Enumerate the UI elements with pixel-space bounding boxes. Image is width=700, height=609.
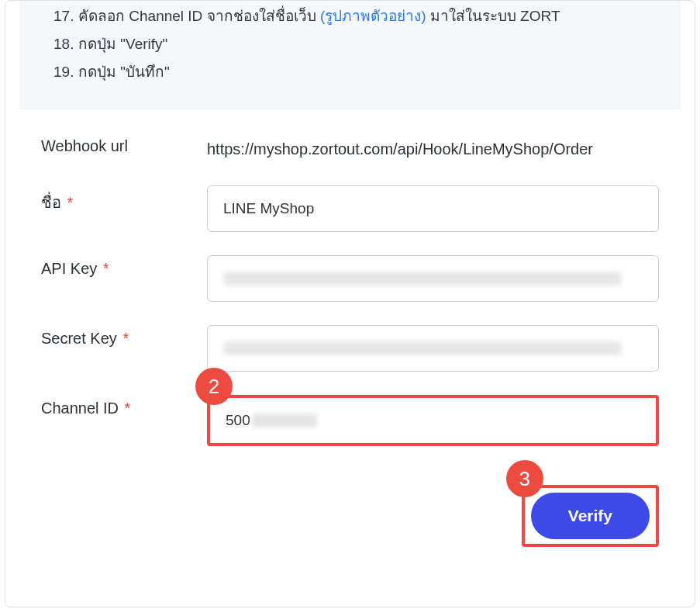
instruction-number: 18. xyxy=(53,30,78,58)
apikey-input[interactable] xyxy=(207,255,659,302)
instruction-text-before: คัดลอก Channel ID จากช่องใส่ชื่อเว็บ xyxy=(78,8,320,24)
apikey-label: API Key * xyxy=(41,255,207,278)
instructions-panel: 17.คัดลอก Channel ID จากช่องใส่ชื่อเว็บ … xyxy=(19,1,681,109)
name-row: ชื่อ * LINE MyShop xyxy=(41,185,659,232)
instruction-item-19: 19.กดปุ่ม "บันทึก" xyxy=(78,58,657,86)
channelid-row: Channel ID * 2 500 xyxy=(41,395,659,446)
required-mark: * xyxy=(119,330,129,347)
channelid-input[interactable]: 500 xyxy=(207,395,659,446)
apikey-row: API Key * xyxy=(41,255,659,302)
webhook-row: Webhook url https://myshop.zortout.com/a… xyxy=(41,133,659,162)
required-mark: * xyxy=(63,194,73,211)
secretkey-row: Secret Key * xyxy=(41,325,659,372)
channelid-label: Channel ID * xyxy=(41,395,207,417)
instruction-item-18: 18.กดปุ่ม "Verify" xyxy=(78,30,657,58)
name-label: ชื่อ * xyxy=(41,185,207,215)
required-mark: * xyxy=(120,400,130,417)
step-badge-3: 3 xyxy=(506,460,543,497)
instruction-text: กดปุ่ม "บันทึก" xyxy=(78,64,170,80)
instruction-number: 19. xyxy=(53,58,78,86)
required-mark: * xyxy=(98,260,109,277)
name-input[interactable]: LINE MyShop xyxy=(207,185,659,232)
secretkey-label: Secret Key * xyxy=(41,325,207,348)
example-image-link[interactable]: (รูปภาพตัวอย่าง) xyxy=(320,8,426,24)
instruction-text-after: มาใส่ในระบบ ZORT xyxy=(426,8,560,24)
instructions-list: 17.คัดลอก Channel ID จากช่องใส่ชื่อเว็บ … xyxy=(43,2,657,86)
step-badge-2: 2 xyxy=(195,368,233,405)
webhook-label: Webhook url xyxy=(41,133,207,155)
channelid-highlight-wrapper: 2 500 xyxy=(207,395,659,446)
form-section: Webhook url https://myshop.zortout.com/a… xyxy=(5,133,695,446)
verify-highlight-wrapper: 3 Verify xyxy=(522,485,659,547)
instruction-item-17: 17.คัดลอก Channel ID จากช่องใส่ชื่อเว็บ … xyxy=(78,2,657,30)
blurred-content xyxy=(252,413,317,427)
webhook-value: https://myshop.zortout.com/api/Hook/Line… xyxy=(207,133,659,162)
instruction-text: กดปุ่ม "Verify" xyxy=(78,36,167,52)
verify-button[interactable]: Verify xyxy=(531,493,650,539)
secretkey-input[interactable] xyxy=(207,325,659,372)
instruction-number: 17. xyxy=(53,2,78,30)
blurred-content xyxy=(223,341,622,355)
blurred-content xyxy=(223,272,622,285)
form-panel: 17.คัดลอก Channel ID จากช่องใส่ชื่อเว็บ … xyxy=(5,0,695,607)
channelid-value: 500 xyxy=(226,412,317,429)
verify-section: 3 Verify xyxy=(5,485,695,547)
